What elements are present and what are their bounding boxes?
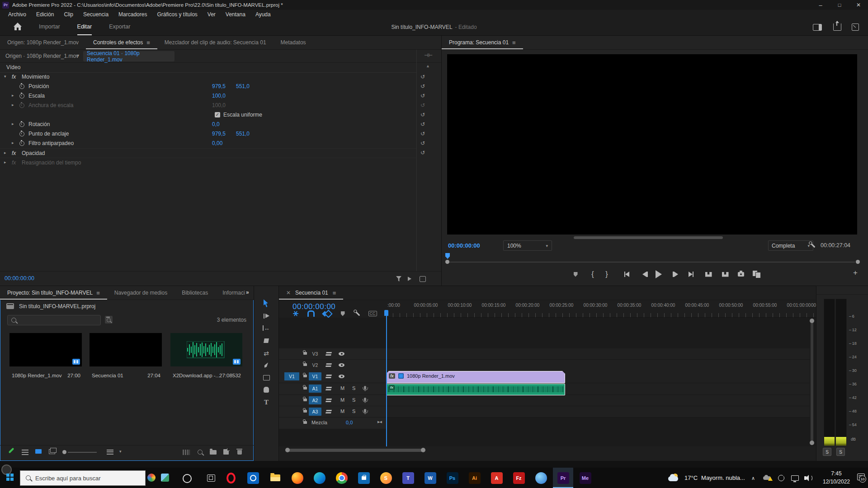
param-value[interactable]: 100,0 — [212, 93, 226, 99]
effect-row-punto-de-anclaje[interactable]: Punto de anclaje979,5551,0 — [0, 129, 416, 139]
voiceover-record-icon[interactable] — [364, 398, 366, 401]
extract-icon[interactable] — [720, 269, 731, 280]
h-scroll-handle-left[interactable] — [285, 448, 290, 452]
start-button[interactable] — [6, 474, 14, 481]
new-item-icon[interactable] — [223, 449, 229, 455]
icon-view-icon[interactable] — [35, 449, 42, 454]
delete-icon[interactable] — [237, 450, 242, 455]
go-to-out-icon[interactable] — [685, 269, 696, 280]
track-lane-v2[interactable] — [386, 360, 810, 371]
project-tab[interactable]: Bibliotecas — [175, 286, 215, 300]
expand-chevron-icon[interactable]: ▸ — [12, 103, 14, 107]
program-tab[interactable]: Programa: Secuencia 01≡ — [442, 36, 523, 49]
panel-menu-icon[interactable]: ≡ — [512, 39, 516, 46]
playhead-line[interactable] — [386, 311, 387, 446]
chevron-down-icon[interactable]: ▾ — [77, 53, 79, 58]
panel-layout-icon[interactable] — [813, 24, 822, 31]
search-highlight-icon[interactable] — [161, 474, 169, 482]
toggle-track-output-icon[interactable] — [339, 363, 344, 367]
search-input[interactable] — [7, 315, 101, 325]
track-lock-icon[interactable] — [303, 375, 307, 377]
workspace-tab-exportar[interactable]: Exportar — [109, 19, 130, 35]
export-frame-icon[interactable] — [736, 269, 746, 280]
reset-parameter-icon[interactable]: ↺ — [420, 150, 425, 156]
nest-icon[interactable] — [290, 309, 302, 319]
param-value[interactable]: 979,5 — [212, 131, 226, 137]
effect-row-anchura-de-escala[interactable]: ▸Anchura de escala100,0 — [0, 101, 416, 110]
expand-chevron-icon[interactable]: ▸ — [12, 122, 14, 126]
v-scroll-handle-top[interactable] — [810, 319, 814, 323]
fullscreen-icon[interactable] — [852, 23, 859, 31]
find-icon[interactable] — [198, 450, 203, 455]
sync-lock-icon[interactable] — [326, 375, 332, 378]
go-to-in-icon[interactable] — [621, 269, 632, 280]
panel-overflow-icon[interactable]: » — [246, 289, 249, 296]
track-target[interactable]: A2 — [309, 396, 321, 404]
captions-icon[interactable]: CC — [367, 309, 378, 319]
menu-secuencia[interactable]: Secuencia — [79, 11, 113, 18]
track-target[interactable]: V2 — [309, 361, 321, 369]
solo-track-button[interactable]: S — [352, 397, 355, 403]
quality-select[interactable]: Completa▾ — [768, 240, 813, 251]
sync-lock-icon[interactable] — [326, 399, 332, 402]
menu-gr-ficos-y-t-tulos[interactable]: Gráficos y títulos — [152, 11, 202, 18]
project-item-name[interactable]: X2Download.app -... — [173, 373, 220, 378]
taskbar-app-s-app[interactable]: S — [376, 468, 396, 488]
sequence-tab[interactable]: ✕ Secuencia 01 ≡ — [279, 286, 343, 300]
effect-row-opacidad[interactable]: ▸fxOpacidad — [0, 148, 416, 158]
taskbar-app-globe[interactable] — [531, 468, 551, 488]
task-view-icon[interactable] — [207, 474, 215, 482]
menu-archivo[interactable]: Archivo — [4, 11, 31, 18]
param-value[interactable]: 0,0 — [212, 121, 220, 127]
panel-menu-icon[interactable]: ≡ — [96, 290, 100, 296]
taskbar-app-opera[interactable] — [221, 468, 241, 488]
reset-parameter-icon[interactable]: ↺ — [420, 131, 425, 137]
menu-clip[interactable]: Clip — [59, 11, 78, 18]
track-target[interactable]: A3 — [309, 408, 321, 416]
new-bin-icon[interactable] — [210, 450, 217, 455]
sync-icon[interactable] — [775, 468, 788, 488]
project-item-thumbnail[interactable] — [170, 333, 242, 366]
project-item-thumbnail[interactable] — [90, 333, 162, 366]
program-timecode[interactable]: 00:00:00:00 — [448, 242, 480, 249]
voiceover-record-icon[interactable] — [364, 409, 366, 413]
project-tab[interactable]: Navegador de medios — [107, 286, 175, 300]
effect-row-filtro-antiparpadeo[interactable]: ▸Filtro antiparpadeo0,00 — [0, 139, 416, 148]
filter-properties-icon[interactable] — [396, 276, 401, 282]
param-value[interactable]: 551,0 — [236, 131, 250, 137]
marker-icon[interactable] — [570, 269, 581, 280]
hand-tool[interactable] — [260, 384, 272, 395]
project-item-name[interactable]: Secuencia 01 — [92, 373, 123, 378]
seek-handle-left[interactable] — [445, 260, 449, 264]
video-section-header[interactable]: Vídeo — [0, 62, 416, 73]
home-icon[interactable] — [14, 23, 22, 31]
network-icon[interactable] — [788, 468, 801, 488]
add-button-icon[interactable]: + — [853, 268, 858, 277]
track-lock-icon[interactable] — [303, 363, 307, 366]
track-lane-a3[interactable] — [386, 406, 810, 418]
panel-menu-icon[interactable]: ≡ — [333, 290, 336, 296]
panel-menu-icon[interactable]: ≡ — [146, 39, 150, 46]
timeline-v-scrollbar[interactable] — [811, 321, 813, 443]
menu-edici-n[interactable]: Edición — [32, 11, 58, 18]
stopwatch-icon[interactable] — [19, 103, 24, 108]
play-around-icon[interactable] — [407, 276, 412, 282]
program-scrollbar[interactable] — [574, 236, 723, 239]
track-lock-icon[interactable] — [303, 387, 307, 389]
track-target[interactable]: A1 — [309, 385, 321, 393]
meter-solo-button[interactable]: S — [836, 448, 845, 456]
volume-icon[interactable] — [802, 468, 815, 488]
meter-solo-button[interactable]: S — [823, 448, 831, 456]
zoom-slider-handle[interactable] — [62, 450, 66, 454]
reset-parameter-icon[interactable]: ↺ — [420, 83, 425, 89]
mute-track-button[interactable]: M — [340, 385, 344, 391]
effects-tab[interactable]: Mezclador del clip de audio: Secuencia 0… — [157, 36, 274, 49]
mark-out-icon[interactable]: } — [601, 269, 612, 280]
taskbar-app-reader[interactable]: A — [486, 468, 507, 488]
active-clip-tab[interactable]: Secuencia 01 · 1080p Render_1.mov — [83, 51, 175, 61]
taskbar-app-store[interactable] — [354, 468, 374, 488]
taskbar-app-firefox[interactable] — [287, 468, 307, 488]
track-lock-icon[interactable] — [303, 399, 307, 401]
master-volume-value[interactable]: 0,0 — [346, 420, 353, 425]
selection-tool[interactable] — [260, 298, 272, 309]
